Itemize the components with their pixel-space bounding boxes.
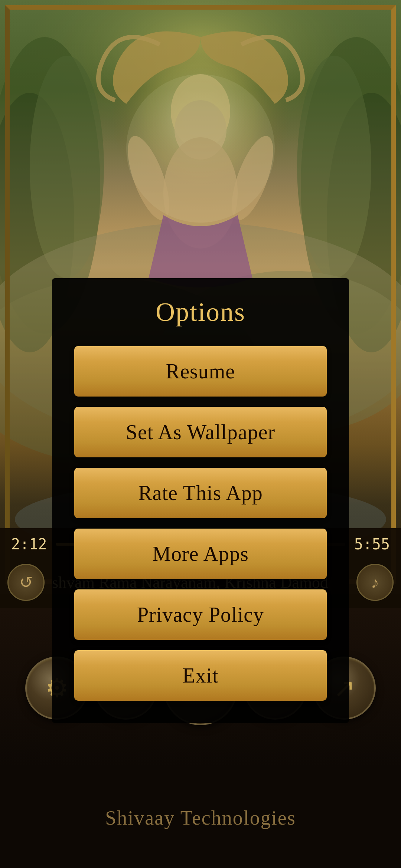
footer: Shivaay Technologies xyxy=(0,768,401,868)
more-apps-button[interactable]: More Apps xyxy=(74,529,327,579)
music-note-icon: ♪ xyxy=(371,573,379,592)
svg-point-17 xyxy=(126,74,275,223)
repeat-icon: ↺ xyxy=(19,573,33,592)
time-current: 2:12 xyxy=(11,536,48,553)
ticker-next-button[interactable]: ♪ xyxy=(356,564,394,601)
footer-brand-text: Shivaay Technologies xyxy=(105,806,296,829)
options-modal: Options Resume Set As Wallpaper Rate Thi… xyxy=(52,278,349,723)
modal-title: Options xyxy=(74,297,327,328)
resume-button[interactable]: Resume xyxy=(74,346,327,397)
set-wallpaper-button[interactable]: Set As Wallpaper xyxy=(74,407,327,457)
time-total: 5:55 xyxy=(353,536,390,553)
privacy-policy-button[interactable]: Privacy Policy xyxy=(74,589,327,640)
exit-button[interactable]: Exit xyxy=(74,650,327,701)
ticker-prev-button[interactable]: ↺ xyxy=(7,564,45,601)
rate-app-button[interactable]: Rate This App xyxy=(74,468,327,518)
